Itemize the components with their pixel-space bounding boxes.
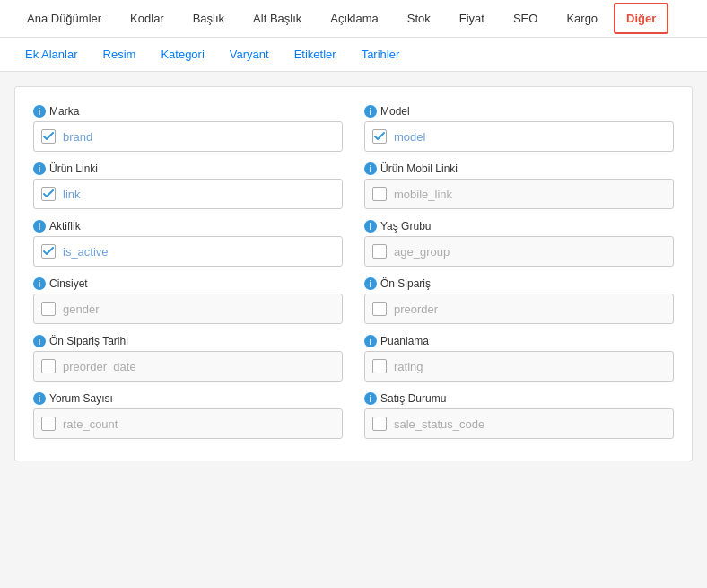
- checkbox-gender[interactable]: [41, 302, 56, 316]
- field-preorder_date: iÖn Sipariş Tarihipreorder_date: [33, 335, 343, 382]
- sub-navigation: Ek AlanlarResimKategoriVaryantEtiketlerT…: [0, 38, 707, 72]
- checkbox-model[interactable]: [372, 129, 387, 144]
- field-label-link: iÜrün Linki: [33, 162, 343, 175]
- field-input-wrapper-gender[interactable]: gender: [33, 294, 343, 324]
- field-value-mobile_link: mobile_link: [394, 188, 452, 201]
- info-icon-mobile_link: i: [364, 162, 377, 175]
- field-value-age_group: age_group: [394, 245, 450, 259]
- label-text-link: Ürün Linki: [49, 162, 98, 175]
- top-nav-item-kargo[interactable]: Kargo: [554, 3, 610, 34]
- label-text-brand: Marka: [49, 105, 79, 118]
- info-icon-gender: i: [33, 277, 46, 290]
- label-text-age_group: Yaş Grubu: [380, 220, 431, 233]
- info-icon-link: i: [33, 162, 46, 175]
- sub-nav-item-resim[interactable]: Resim: [92, 42, 147, 66]
- info-icon-brand: i: [33, 105, 46, 118]
- field-input-wrapper-preorder_date[interactable]: preorder_date: [33, 351, 343, 382]
- field-value-sale_status_code: sale_status_code: [394, 417, 484, 431]
- field-value-rate_count: rate_count: [63, 417, 118, 431]
- field-model: iModel model: [364, 105, 674, 152]
- checkbox-sale_status_code[interactable]: [372, 417, 387, 431]
- field-input-wrapper-mobile_link[interactable]: mobile_link: [364, 179, 674, 209]
- label-text-mobile_link: Ürün Mobil Linki: [380, 162, 458, 175]
- field-label-rating: iPuanlama: [364, 335, 674, 347]
- top-nav-item-açıklama[interactable]: Açıklama: [318, 3, 390, 34]
- info-icon-rating: i: [364, 335, 377, 347]
- field-input-wrapper-model[interactable]: model: [364, 121, 674, 152]
- field-value-link: link: [63, 188, 81, 201]
- field-age_group: iYaş Grubuage_group: [364, 220, 674, 267]
- field-input-wrapper-preorder[interactable]: preorder: [364, 294, 674, 324]
- field-value-rating: rating: [394, 360, 423, 373]
- label-text-preorder_date: Ön Sipariş Tarihi: [49, 335, 128, 347]
- top-nav-item-başlık[interactable]: Başlık: [180, 3, 237, 34]
- field-label-preorder: iÖn Sipariş: [364, 277, 674, 290]
- field-preorder: iÖn Siparişpreorder: [364, 277, 674, 324]
- info-icon-age_group: i: [364, 220, 377, 233]
- field-label-gender: iCinsiyet: [33, 277, 343, 290]
- checkbox-rating[interactable]: [372, 359, 387, 373]
- field-value-is_active: is_active: [63, 245, 109, 259]
- field-label-brand: iMarka: [33, 105, 343, 118]
- label-text-gender: Cinsiyet: [49, 277, 88, 290]
- form-panel: iMarka brandiModel modeliÜrün Linki link…: [14, 86, 693, 461]
- content-area: iMarka brandiModel modeliÜrün Linki link…: [0, 72, 707, 588]
- field-label-rate_count: iYorum Sayısı: [33, 392, 343, 405]
- field-input-wrapper-brand[interactable]: brand: [33, 121, 343, 152]
- top-nav-item-seo[interactable]: SEO: [501, 3, 550, 34]
- field-rate_count: iYorum Sayısırate_count: [33, 392, 343, 439]
- field-value-model: model: [394, 130, 425, 144]
- field-brand: iMarka brand: [33, 105, 343, 152]
- form-grid: iMarka brandiModel modeliÜrün Linki link…: [33, 105, 674, 443]
- sub-nav-item-etiketler[interactable]: Etiketler: [284, 42, 347, 66]
- label-text-rate_count: Yorum Sayısı: [49, 392, 113, 405]
- top-nav-item-alt-başlık[interactable]: Alt Başlık: [240, 3, 314, 34]
- info-icon-preorder_date: i: [33, 335, 46, 347]
- top-nav-item-ana-düğümler[interactable]: Ana Düğümler: [14, 3, 114, 34]
- checkbox-is_active[interactable]: [41, 244, 56, 259]
- label-text-sale_status_code: Satış Durumu: [380, 392, 446, 405]
- info-icon-model: i: [364, 105, 377, 118]
- sub-nav-item-kategori[interactable]: Kategori: [150, 42, 214, 66]
- field-input-wrapper-age_group[interactable]: age_group: [364, 236, 674, 267]
- field-input-wrapper-rate_count[interactable]: rate_count: [33, 408, 343, 439]
- checkbox-age_group[interactable]: [372, 244, 387, 259]
- checkbox-preorder_date[interactable]: [41, 359, 56, 373]
- top-navigation: Ana DüğümlerKodlarBaşlıkAlt BaşlıkAçıkla…: [0, 0, 707, 38]
- field-label-preorder_date: iÖn Sipariş Tarihi: [33, 335, 343, 347]
- field-input-wrapper-is_active[interactable]: is_active: [33, 236, 343, 267]
- field-value-preorder: preorder: [394, 303, 438, 316]
- checkbox-mobile_link[interactable]: [372, 187, 387, 201]
- field-link: iÜrün Linki link: [33, 162, 343, 209]
- field-is_active: iAktiflik is_active: [33, 220, 343, 267]
- sub-nav-item-tarihler[interactable]: Tarihler: [351, 42, 411, 66]
- field-rating: iPuanlamarating: [364, 335, 674, 382]
- checkbox-rate_count[interactable]: [41, 417, 56, 431]
- field-value-gender: gender: [63, 303, 99, 316]
- field-label-is_active: iAktiflik: [33, 220, 343, 233]
- field-gender: iCinsiyetgender: [33, 277, 343, 324]
- field-value-brand: brand: [63, 130, 92, 144]
- field-input-wrapper-rating[interactable]: rating: [364, 351, 674, 382]
- field-label-model: iModel: [364, 105, 674, 118]
- label-text-preorder: Ön Sipariş: [380, 277, 431, 290]
- top-nav-item-diğer[interactable]: Diğer: [614, 3, 668, 34]
- sub-nav-item-ek-alanlar[interactable]: Ek Alanlar: [14, 42, 89, 66]
- checkbox-link[interactable]: [41, 187, 56, 201]
- top-nav-item-fiyat[interactable]: Fiyat: [447, 3, 497, 34]
- checkbox-brand[interactable]: [41, 129, 56, 144]
- field-input-wrapper-link[interactable]: link: [33, 179, 343, 209]
- sub-nav-item-varyant[interactable]: Varyant: [219, 42, 280, 66]
- field-input-wrapper-sale_status_code[interactable]: sale_status_code: [364, 408, 674, 439]
- field-label-sale_status_code: iSatış Durumu: [364, 392, 674, 405]
- checkbox-preorder[interactable]: [372, 302, 387, 316]
- info-icon-sale_status_code: i: [364, 392, 377, 405]
- label-text-is_active: Aktiflik: [49, 220, 81, 233]
- field-label-mobile_link: iÜrün Mobil Linki: [364, 162, 674, 175]
- top-nav-item-stok[interactable]: Stok: [395, 3, 443, 34]
- field-label-age_group: iYaş Grubu: [364, 220, 674, 233]
- label-text-model: Model: [380, 105, 410, 118]
- field-value-preorder_date: preorder_date: [63, 360, 136, 373]
- top-nav-item-kodlar[interactable]: Kodlar: [118, 3, 177, 34]
- info-icon-is_active: i: [33, 220, 46, 233]
